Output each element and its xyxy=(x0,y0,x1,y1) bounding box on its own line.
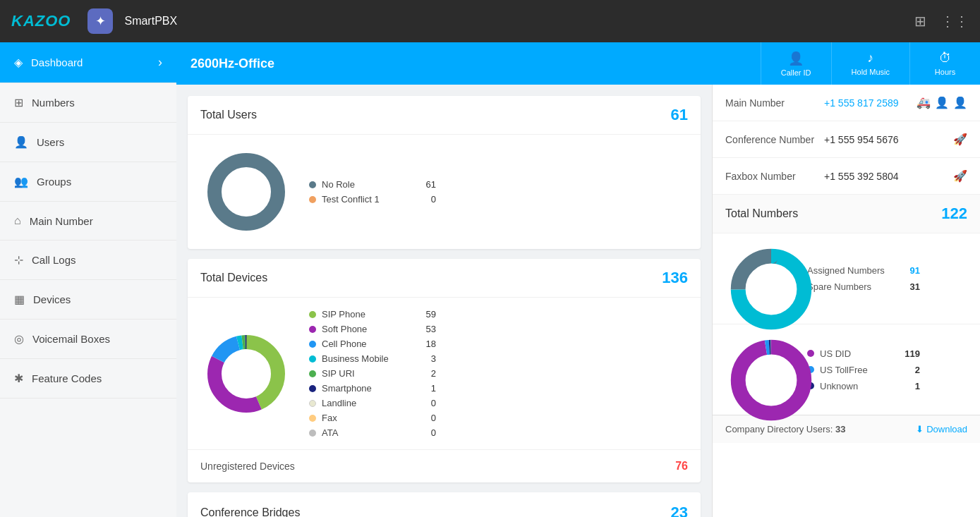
assigned-spare-legend: Assigned Numbers 91 Spare Numbers 31 xyxy=(807,265,920,292)
svg-point-16 xyxy=(751,360,791,400)
number-types-donut xyxy=(725,334,796,405)
hold-music-icon: ♪ xyxy=(867,51,873,66)
soft-phone-label: Soft Phone xyxy=(322,324,413,334)
total-users-card: Total Users 61 xyxy=(188,96,701,249)
sidebar-item-main-number[interactable]: ⌂ Main Number xyxy=(0,202,176,241)
devices-chart-row: SIP Phone 59 Soft Phone 53 xyxy=(200,309,688,438)
legend-smartphone: Smartphone 1 xyxy=(309,383,436,394)
sidebar-item-users[interactable]: 👤 Users xyxy=(0,123,176,162)
smartphone-dot xyxy=(309,385,316,392)
cell-phone-label: Cell Phone xyxy=(322,339,413,349)
sidebar-item-feature-codes[interactable]: ✱ Feature Codes xyxy=(0,359,176,399)
devices-donut-svg xyxy=(200,328,292,420)
number-types-chart-row: US DID 119 US TollFree 2 Unknown xyxy=(725,334,967,405)
conference-rocket-icon[interactable]: 🚀 xyxy=(953,133,967,146)
conference-number-value: +1 555 954 5676 xyxy=(824,134,946,145)
app-icon-symbol: ✦ xyxy=(95,13,106,29)
legend-landline: Landline 0 xyxy=(309,398,436,408)
conference-number-actions: 🚀 xyxy=(953,133,967,146)
number-types-legend: US DID 119 US TollFree 2 Unknown xyxy=(807,348,920,391)
unregistered-label: Unregistered Devices xyxy=(200,461,295,472)
sidebar-item-call-logs[interactable]: ⊹ Call Logs xyxy=(0,241,176,280)
hold-music-action[interactable]: ♪ Hold Music xyxy=(831,42,909,85)
sidebar-item-label: Groups xyxy=(37,176,71,188)
main-number-actions: 🚑 👤 👤 xyxy=(917,96,967,109)
sidebar-item-groups[interactable]: 👥 Groups xyxy=(0,162,176,202)
person-blue-icon[interactable]: 👤 xyxy=(953,96,967,109)
sidebar-item-label: Main Number xyxy=(30,215,93,227)
spare-legend-item: Spare Numbers 31 xyxy=(807,281,920,292)
legend-soft-phone: Soft Phone 53 xyxy=(309,324,436,334)
sidebar-item-label: Voicemail Boxes xyxy=(32,333,110,345)
sip-uri-label: SIP URI xyxy=(322,368,413,379)
landline-count: 0 xyxy=(419,398,436,408)
devices-donut xyxy=(200,328,292,420)
svg-point-9 xyxy=(226,354,266,394)
no-role-label: No Role xyxy=(322,179,413,190)
content-area: Total Users 61 xyxy=(176,85,980,517)
devices-legend: SIP Phone 59 Soft Phone 53 xyxy=(309,309,436,438)
layout-icon[interactable]: ⊞ xyxy=(914,13,926,30)
sip-phone-label: SIP Phone xyxy=(322,309,413,320)
users-chart-row: No Role 61 Test Conflict 1 0 xyxy=(200,146,688,238)
main-number-label: Main Number xyxy=(725,97,817,109)
conference-bridges-title: Conference Bridges xyxy=(200,506,300,517)
test-conflict-count: 0 xyxy=(419,194,436,205)
app-name: SmartPBX xyxy=(124,15,177,28)
total-devices-header: Total Devices 136 xyxy=(188,259,701,298)
total-numbers-header: Total Numbers 122 xyxy=(713,195,980,233)
no-role-count: 61 xyxy=(419,179,436,190)
sidebar-item-label: Devices xyxy=(33,293,71,305)
fax-label: Fax xyxy=(322,413,413,423)
assigned-spare-svg xyxy=(725,243,817,335)
business-mobile-dot xyxy=(309,355,316,363)
car-icon[interactable]: 🚑 xyxy=(917,96,931,109)
business-mobile-label: Business Mobile xyxy=(322,353,413,364)
app-icon: ✦ xyxy=(87,8,113,34)
sidebar-item-voicemail-boxes[interactable]: ◎ Voicemail Boxes xyxy=(0,320,176,359)
apps-grid-icon[interactable]: ⋮⋮ xyxy=(940,13,969,30)
sidebar-item-label: Users xyxy=(37,136,64,148)
cell-phone-dot xyxy=(309,341,316,348)
no-role-dot xyxy=(309,181,316,188)
legend-item-no-role: No Role 61 xyxy=(309,179,436,190)
total-devices-count: 136 xyxy=(662,269,688,287)
hold-music-label: Hold Music xyxy=(852,68,890,76)
landline-label: Landline xyxy=(322,398,413,408)
top-nav: KAZOO ✦ SmartPBX ⊞ ⋮⋮ xyxy=(0,0,980,42)
us-tollfree-count: 2 xyxy=(915,365,920,375)
users-icon: 👤 xyxy=(14,135,28,149)
assigned-label: Assigned Numbers xyxy=(807,265,905,276)
assigned-legend-item: Assigned Numbers 91 xyxy=(807,265,920,276)
faxbox-rocket-icon[interactable]: 🚀 xyxy=(953,169,967,183)
sip-phone-dot xyxy=(309,311,316,318)
faxbox-number-value: +1 555 392 5804 xyxy=(824,171,946,182)
sip-phone-count: 59 xyxy=(419,309,436,320)
cell-phone-count: 18 xyxy=(419,339,436,349)
sidebar-item-numbers[interactable]: ⊞ Numbers xyxy=(0,83,176,123)
users-donut-svg xyxy=(200,146,292,238)
dashboard-icon: ◈ xyxy=(14,56,23,69)
hours-label: Hours xyxy=(935,68,955,76)
users-donut xyxy=(200,146,292,238)
legend-ata: ATA 0 xyxy=(309,427,436,438)
sidebar-item-dashboard[interactable]: ◈ Dashboard › xyxy=(0,42,176,83)
sidebar-item-devices[interactable]: ▦ Devices xyxy=(0,280,176,320)
hours-icon: ⏱ xyxy=(939,51,952,66)
total-devices-body: SIP Phone 59 Soft Phone 53 xyxy=(188,298,701,449)
caller-id-action[interactable]: 👤 Caller ID xyxy=(761,42,831,85)
unknown-item: Unknown 1 xyxy=(807,381,920,391)
conference-bridges-count: 23 xyxy=(671,504,688,517)
total-devices-card: Total Devices 136 xyxy=(188,259,701,482)
hours-action[interactable]: ⏱ Hours xyxy=(909,42,980,85)
right-panel: Main Number +1 555 817 2589 🚑 👤 👤 Confer… xyxy=(712,85,980,517)
assigned-spare-chart-row: Assigned Numbers 91 Spare Numbers 31 xyxy=(725,243,967,314)
sidebar-item-label: Call Logs xyxy=(32,254,76,266)
soft-phone-dot xyxy=(309,326,316,333)
download-button[interactable]: ⬇ Download xyxy=(916,424,967,434)
number-types-section: US DID 119 US TollFree 2 Unknown xyxy=(713,324,980,415)
sip-uri-count: 2 xyxy=(419,368,436,379)
person-green-icon[interactable]: 👤 xyxy=(935,96,949,109)
us-did-item: US DID 119 xyxy=(807,348,920,359)
main-content: 2600Hz-Office 👤 Caller ID ♪ Hold Music ⏱… xyxy=(176,42,980,517)
